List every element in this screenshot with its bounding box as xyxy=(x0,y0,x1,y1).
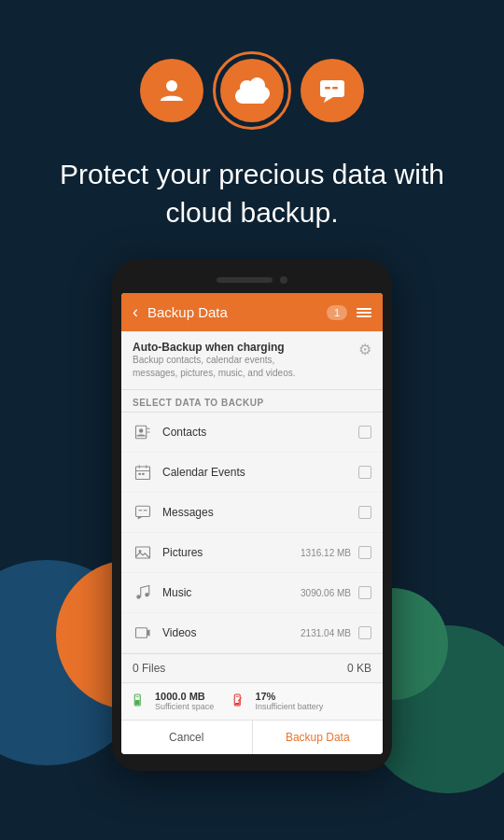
storage-label: Sufficient space xyxy=(155,702,214,711)
backup-button[interactable]: Backup Data xyxy=(253,721,384,754)
battery-info: 17% Insufficient battery xyxy=(232,691,323,712)
battery-value: 17% xyxy=(255,691,323,702)
person-icon xyxy=(156,75,188,106)
cancel-button[interactable]: Cancel xyxy=(121,721,253,754)
svg-rect-1 xyxy=(320,80,344,97)
pictures-icon xyxy=(133,542,153,563)
calendar-checkbox[interactable] xyxy=(358,466,371,479)
battery-label: Insufficient battery xyxy=(255,702,323,711)
music-icon xyxy=(133,582,153,603)
videos-label: Videos xyxy=(162,626,301,639)
storage-text: 1000.0 MB Sufficient space xyxy=(155,691,214,711)
menu-line-2 xyxy=(357,312,371,314)
svg-rect-4 xyxy=(332,87,338,90)
battery-icon xyxy=(232,692,249,712)
person-icon-circle xyxy=(140,59,203,122)
messages-checkbox[interactable] xyxy=(358,506,371,519)
menu-button[interactable] xyxy=(357,308,371,317)
pictures-label: Pictures xyxy=(162,546,301,559)
videos-icon xyxy=(133,623,153,643)
battery-text: 17% Insufficient battery xyxy=(255,691,323,711)
music-label: Music xyxy=(162,586,301,599)
section-label: SELECT DATA TO BACKUP xyxy=(121,390,383,413)
phone-screen: ‹ Backup Data 1 Auto-Backup when chargin… xyxy=(121,293,383,754)
storage-value: 1000.0 MB xyxy=(155,691,214,702)
auto-backup-text: Auto-Backup when charging Backup contact… xyxy=(133,341,301,380)
svg-rect-21 xyxy=(136,628,147,638)
phone-top xyxy=(121,276,383,284)
menu-line-1 xyxy=(357,308,371,310)
list-item[interactable]: Music 3090.06 MB xyxy=(121,573,383,613)
auto-backup-section: Auto-Backup when charging Backup contact… xyxy=(121,331,383,390)
music-checkbox[interactable] xyxy=(358,586,371,599)
svg-marker-2 xyxy=(324,97,333,103)
files-count: 0 Files xyxy=(133,662,165,675)
messages-label: Messages xyxy=(162,506,351,519)
back-button[interactable]: ‹ xyxy=(133,302,138,322)
action-buttons: Cancel Backup Data xyxy=(121,720,383,754)
storage-icon xyxy=(133,692,149,712)
app-header: ‹ Backup Data 1 xyxy=(121,293,383,331)
contacts-label: Contacts xyxy=(162,426,351,439)
svg-rect-15 xyxy=(136,506,150,516)
app-title: Backup Data xyxy=(147,304,317,320)
list-item[interactable]: Contacts xyxy=(121,413,383,453)
cloud-icon xyxy=(233,77,271,104)
files-size: 0 KB xyxy=(347,662,371,675)
calendar-label: Calendar Events xyxy=(162,466,351,479)
gear-icon[interactable]: ⚙ xyxy=(358,341,371,358)
contacts-icon xyxy=(133,422,153,442)
top-icons-row xyxy=(0,0,504,130)
auto-backup-desc: Backup contacts, calendar events, messag… xyxy=(133,354,301,380)
messages-icon xyxy=(133,502,153,523)
list-item[interactable]: Pictures 1316.12 MB xyxy=(121,533,383,573)
calendar-icon xyxy=(133,462,153,483)
pictures-checkbox[interactable] xyxy=(358,546,371,559)
list-item[interactable]: Videos 2131.04 MB xyxy=(121,613,383,653)
svg-rect-13 xyxy=(139,473,141,475)
message-icon-circle xyxy=(301,59,364,122)
music-size: 3090.06 MB xyxy=(301,588,351,598)
headline-text: Protect your precious data with cloud ba… xyxy=(0,130,504,259)
phone-mockup: ‹ Backup Data 1 Auto-Backup when chargin… xyxy=(112,259,392,771)
bottom-info-bar: 1000.0 MB Sufficient space xyxy=(121,682,383,720)
videos-checkbox[interactable] xyxy=(358,626,371,639)
files-summary: 0 Files 0 KB xyxy=(121,653,383,682)
svg-rect-24 xyxy=(135,700,140,705)
pictures-size: 1316.12 MB xyxy=(301,548,351,558)
auto-backup-title: Auto-Backup when charging xyxy=(133,341,301,354)
svg-point-6 xyxy=(139,428,144,433)
svg-rect-3 xyxy=(325,87,330,90)
phone-container: ‹ Backup Data 1 Auto-Backup when chargin… xyxy=(0,259,504,771)
message-icon xyxy=(316,75,348,106)
list-item[interactable]: Calendar Events xyxy=(121,453,383,493)
svg-rect-14 xyxy=(142,473,144,475)
menu-line-3 xyxy=(357,315,371,317)
phone-camera xyxy=(280,276,287,284)
toggle-badge[interactable]: 1 xyxy=(327,305,347,320)
svg-point-0 xyxy=(166,80,177,91)
storage-info: 1000.0 MB Sufficient space xyxy=(133,691,214,712)
videos-size: 2131.04 MB xyxy=(301,628,351,638)
phone-speaker xyxy=(217,277,273,283)
contacts-checkbox[interactable] xyxy=(358,426,371,439)
cloud-icon-circle xyxy=(213,51,291,130)
list-item[interactable]: Messages xyxy=(121,493,383,533)
